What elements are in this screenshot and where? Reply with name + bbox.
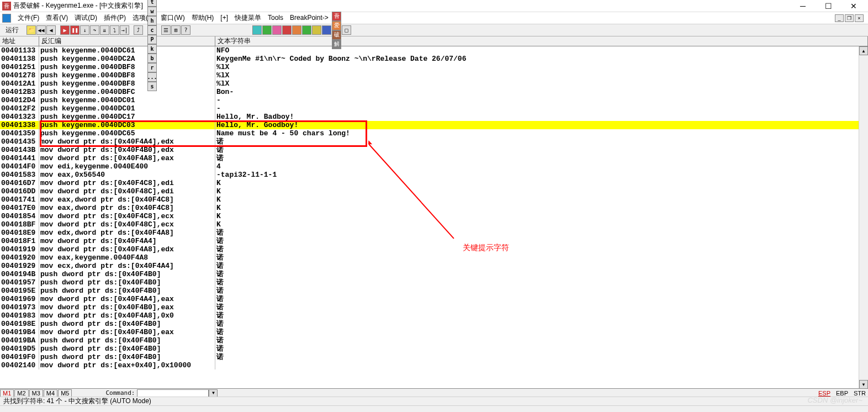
table-row[interactable]: 0040195Epush dword ptr ds:[0x40F4B0]诺 <box>0 287 859 295</box>
mark-M5[interactable]: M5 <box>58 389 72 397</box>
menu-item[interactable]: 文件(F) <box>14 13 43 23</box>
step-into-button[interactable]: ↓ <box>80 25 89 35</box>
view-c-button[interactable]: c <box>147 25 157 35</box>
table-row[interactable]: 00401920mov eax,keygenme.0040F4A8诺 <box>0 253 859 262</box>
register-ESP[interactable]: ESP <box>818 390 830 397</box>
table-row[interactable]: 00401435mov dword ptr ds:[0x40F4A4],edx诺 <box>0 138 859 146</box>
pause-button[interactable]: ❚❚ <box>70 25 80 35</box>
table-row[interactable]: 00401138push keygenme.0040DC2AKeygenMe #… <box>0 55 859 63</box>
table-row[interactable]: 004016DDmov dword ptr ds:[0x40F48C],ediK <box>0 187 859 196</box>
mdi-restore-button[interactable]: ❐ <box>845 14 854 22</box>
menu-item[interactable]: BreakPoint-> <box>287 13 332 23</box>
minimize-button[interactable]: ─ <box>795 1 811 12</box>
table-row[interactable]: 004012A1push keygenme.0040DBF8%lX <box>0 80 859 88</box>
table-row[interactable]: 004016D7mov dword ptr ds:[0x40F4C8],ediK <box>0 179 859 187</box>
table-row[interactable]: 00401741mov eax,dword ptr ds:[0x40F4C8]K <box>0 196 859 204</box>
table-row[interactable]: 00401133push keygenme.0040DC61NFO <box>0 46 859 55</box>
trace-over-button[interactable]: ⤵ <box>110 25 119 35</box>
menu-item[interactable]: 查看(V) <box>43 13 71 23</box>
color3-button[interactable] <box>272 25 282 35</box>
mark-M4[interactable]: M4 <box>44 389 57 397</box>
rewind-button[interactable]: ◀◀ <box>36 25 46 35</box>
step-over-button[interactable]: ↷ <box>90 25 99 35</box>
brand-button[interactable]: 爱 <box>332 21 341 30</box>
table-row[interactable]: 004012F2push keygenme.0040DC01- <box>0 104 859 113</box>
table-row[interactable]: 004019F0push dword ptr ds:[0x40F4B0]诺 <box>0 353 859 361</box>
mark-M3[interactable]: M3 <box>29 389 43 397</box>
menu-item[interactable]: 帮助(H) <box>188 13 218 23</box>
open-button[interactable]: 📁 <box>27 25 36 35</box>
menu-item[interactable]: 窗口(W) <box>157 13 188 23</box>
mark-M2[interactable]: M2 <box>14 389 28 397</box>
command-dropdown[interactable]: ▼ <box>209 389 218 397</box>
mdi-minimize-button[interactable]: _ <box>835 14 844 22</box>
menu-item[interactable]: Tools <box>264 13 287 23</box>
table-row[interactable]: 00401957push dword ptr ds:[0x40F4B0]诺 <box>0 278 859 287</box>
execute-till-button[interactable]: →| <box>120 25 129 35</box>
table-row[interactable]: 00401359push keygenme.0040DC65Name must … <box>0 129 859 138</box>
header-disassembly[interactable]: 反汇编 <box>39 36 215 46</box>
view-w-button[interactable]: w <box>147 7 157 16</box>
table-row[interactable]: 004019BApush dword ptr ds:[0x40F4B0]诺 <box>0 336 859 345</box>
mark-M1[interactable]: M1 <box>0 389 14 397</box>
scroll-up-button[interactable]: ▲ <box>859 46 868 55</box>
table-row[interactable]: 00401338push keygenme.0040DC03Hello, Mr.… <box>0 121 859 129</box>
menu-item[interactable]: [+] <box>217 13 231 23</box>
grid-button[interactable]: ⊞ <box>171 25 181 35</box>
table-row[interactable]: 00401973mov dword ptr ds:[0x40F4B0],eax诺 <box>0 303 859 311</box>
help-button[interactable]: ? <box>181 25 190 35</box>
brand-button[interactable]: 吾 <box>332 12 341 21</box>
table-row[interactable]: 004014F0mov edi,keygenme.0040E4004 <box>0 162 859 171</box>
table-row[interactable]: 0040198Epush dword ptr ds:[0x40F4B0]诺 <box>0 320 859 328</box>
table-row[interactable]: 00401929mov ecx,dword ptr ds:[0x40F4A4]诺 <box>0 262 859 270</box>
view-h-button[interactable]: h <box>147 16 157 25</box>
table-row[interactable]: 004018BFmov dword ptr ds:[0x40F48C],ecxK <box>0 220 859 229</box>
color1-button[interactable] <box>252 25 262 35</box>
scroll-down-button[interactable]: ▼ <box>859 380 868 389</box>
table-row[interactable]: 00401278push keygenme.0040DBF8%lX <box>0 71 859 80</box>
command-input[interactable] <box>137 389 209 397</box>
table-row[interactable]: 004018E9mov edx,dword ptr ds:[0x40F4A8]诺 <box>0 229 859 237</box>
vertical-scrollbar[interactable]: ▲ ▼ <box>859 46 868 389</box>
back-button[interactable]: ◀ <box>46 25 56 35</box>
table-row[interactable]: 00401323push keygenme.0040DC17Hello, Mr.… <box>0 113 859 121</box>
table-row[interactable]: 00401583mov eax,0x56540-tapi32-l1-1-1 <box>0 171 859 179</box>
table-row[interactable]: 004012D4push keygenme.0040DC01- <box>0 96 859 104</box>
table-row[interactable]: 0040143Bmov dword ptr ds:[0x40F4B0],edx诺 <box>0 146 859 154</box>
list-button[interactable]: ☰ <box>161 25 171 35</box>
table-row[interactable]: 00401919mov dword ptr ds:[0x40F4A8],edx诺 <box>0 245 859 253</box>
menu-item[interactable]: 调试(D) <box>71 13 100 23</box>
register-EBP[interactable]: EBP <box>836 390 848 397</box>
table-row[interactable]: 00402140mov dword ptr ds:[eax+0x40],0x10… <box>0 361 859 369</box>
register-STR[interactable]: STR <box>854 390 866 397</box>
goto-button[interactable]: ⤴ <box>134 25 143 35</box>
table-row[interactable]: 00401854mov dword ptr ds:[0x40F4C8],ecxK <box>0 212 859 220</box>
menu-item[interactable]: 快捷菜单 <box>231 13 264 23</box>
color6-button[interactable] <box>302 25 311 35</box>
color5-button[interactable] <box>292 25 301 35</box>
extra-button[interactable]: □ <box>342 25 351 35</box>
table-row[interactable]: 00401251push keygenme.0040DBF8%lX <box>0 63 859 71</box>
color7-button[interactable] <box>312 25 321 35</box>
table-row[interactable]: 004019B4mov dword ptr ds:[0x40F4B0],eax诺 <box>0 328 859 336</box>
menu-item[interactable]: 插件(P) <box>100 13 129 23</box>
table-row[interactable]: 0040194Bpush dword ptr ds:[0x40F4B0]诺 <box>0 270 859 278</box>
horizontal-scrollbar[interactable] <box>0 405 868 412</box>
table-row[interactable]: 00401969mov dword ptr ds:[0x40F4A4],eax诺 <box>0 295 859 303</box>
header-address[interactable]: 地址 <box>0 36 39 46</box>
color4-button[interactable] <box>282 25 292 35</box>
table-row[interactable]: 004019D5push dword ptr ds:[0x40F4B0]诺 <box>0 345 859 353</box>
table-row[interactable]: 004018F1mov dword ptr ds:[0x40F4A4]诺 <box>0 237 859 245</box>
table-row[interactable]: 00401983mov dword ptr ds:[0x40F4A8],0x0诺 <box>0 311 859 320</box>
color8-button[interactable] <box>322 25 331 35</box>
color2-button[interactable] <box>262 25 272 35</box>
trace-into-button[interactable]: ⇊ <box>100 25 109 35</box>
close-button[interactable]: ✕ <box>846 1 861 12</box>
table-row[interactable]: 004017E0mov eax,dword ptr ds:[0x40F4C8]K <box>0 204 859 212</box>
header-string[interactable]: 文本字符串 <box>215 36 868 46</box>
view-t-button[interactable]: t <box>147 0 157 7</box>
table-row[interactable]: 00401441mov dword ptr ds:[0x40F4A8],eax诺 <box>0 154 859 162</box>
run-button[interactable]: ▶ <box>60 25 70 35</box>
table-row[interactable]: 004012B3push keygenme.0040DBFCBon- <box>0 88 859 96</box>
listing[interactable]: 00401133push keygenme.0040DC61NFO0040113… <box>0 46 859 389</box>
